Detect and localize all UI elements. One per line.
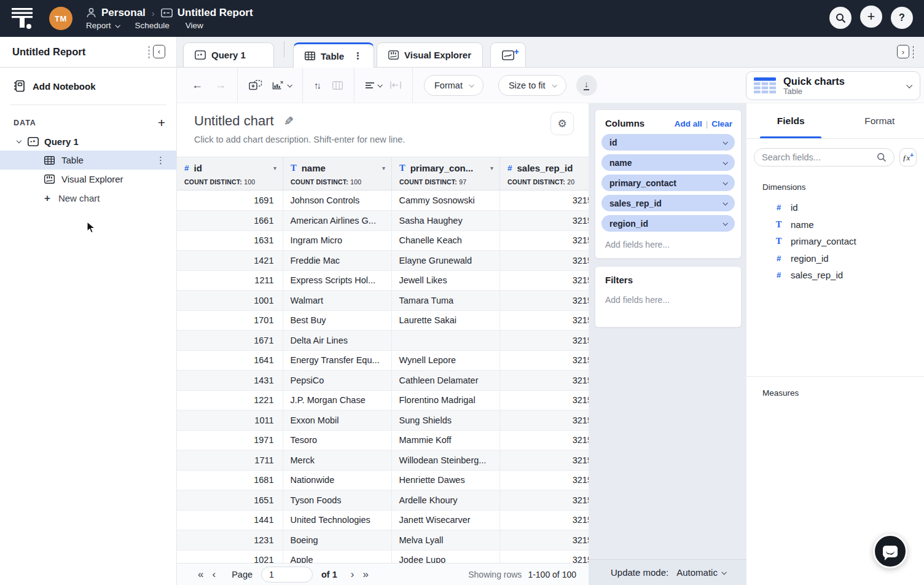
tab-table[interactable]: Table ⋮ [293,42,374,68]
column-menu-caret[interactable]: ▾ [273,165,276,171]
chevron-down-icon[interactable] [722,221,727,226]
column-settings-button[interactable] [332,81,343,90]
size-to-fit-dropdown[interactable]: Size to fit [498,75,566,96]
chevron-down-icon[interactable] [722,180,727,185]
cell-id[interactable]: 1701 [177,310,283,331]
column-header-primary-contact[interactable]: T primary_con... ▾ COUNT DISTINCT: 97 [391,157,499,190]
sidebar-item-table[interactable]: Table ⋮ [0,151,176,170]
cell-sales-rep-id[interactable]: 3215 [499,331,589,351]
columns-drop-placeholder[interactable]: Add fields here... [595,235,741,256]
table-row[interactable]: 1221 J.P. Morgan Chase Florentino Madrig… [177,390,589,410]
menu-view[interactable]: View [186,21,203,30]
cell-primary-contact[interactable]: Wynell Lepore [391,350,499,371]
format-dropdown[interactable]: Format [424,75,484,96]
cell-sales-rep-id[interactable]: 3215 [499,550,589,563]
breadcrumb-workspace[interactable]: Personal [101,7,146,19]
undo-button[interactable]: ← [192,79,203,92]
cell-sales-rep-id[interactable]: 3215 [499,450,589,471]
menu-schedule[interactable]: Schedule [135,21,170,30]
sidebar-item-new-chart[interactable]: + New chart [0,189,176,208]
cell-sales-rep-id[interactable]: 3215 [499,390,589,410]
cell-primary-contact[interactable]: Cammy Sosnowski [391,190,499,211]
add-notebook-button[interactable]: Add Notebook [0,68,176,102]
table-row[interactable]: 1711 Merck Willodean Steinberg... 3215 [177,450,589,471]
cell-sales-rep-id[interactable]: 3215 [499,211,589,231]
cell-name[interactable]: Ingram Micro [283,230,391,251]
dimension-field[interactable]: T name [746,216,924,234]
kebab-menu-icon[interactable]: ⋮ [353,50,362,61]
chart-settings-button[interactable]: ⚙ [550,112,574,135]
table-row[interactable]: 1021 Apple Jodee Lupo 3215 [177,550,589,563]
column-field-pill[interactable]: primary_contact [601,175,735,191]
expand-right-panel-button[interactable]: › [896,45,915,60]
cell-sales-rep-id[interactable]: 3215 [499,310,589,331]
table-row[interactable]: 1671 Delta Air Lines 3215 [177,331,589,351]
avatar[interactable]: TM [49,7,72,30]
cell-id[interactable]: 1641 [177,350,283,371]
cell-id[interactable]: 1231 [177,530,283,551]
column-menu-caret[interactable]: ▾ [382,165,385,171]
table-row[interactable]: 1641 Energy Transfer Equ... Wynell Lepor… [177,350,589,371]
column-field-pill[interactable]: sales_rep_id [601,195,735,211]
cell-name[interactable]: Tyson Foods [283,490,391,511]
prev-page-button[interactable]: ‹ [212,569,216,579]
table-row[interactable]: 1431 PepsiCo Cathleen Delamater 3215 [177,371,589,391]
sort-button[interactable]: ↑↓ [314,80,321,90]
cell-id[interactable]: 1971 [177,430,283,450]
search-button[interactable] [829,7,852,29]
column-header-id[interactable]: # id ▾ COUNT DISTINCT: 100 [177,157,283,190]
cell-id[interactable]: 1431 [177,371,283,391]
cell-name[interactable]: Apple [283,550,391,563]
chart-title[interactable]: Untitled chart [194,113,274,129]
edit-title-pencil-icon[interactable]: ✎ [284,114,294,128]
last-page-button[interactable]: » [362,569,368,579]
cell-primary-contact[interactable]: Florentino Madrigal [391,390,499,410]
table-row[interactable]: 1681 Nationwide Henriette Dawes 3215 [177,470,589,490]
chart-description-placeholder[interactable]: Click to add chart description. Shift-en… [194,135,589,144]
dimension-field[interactable]: T primary_contact [746,233,924,250]
menu-report[interactable]: Report [86,21,119,30]
add-formula-button[interactable]: ƒx+ [899,148,917,167]
tab-visual-explorer[interactable]: Visual Explorer [377,42,483,67]
tab-fields[interactable]: Fields [746,103,836,138]
sidebar-item-query1[interactable]: * Query 1 [0,133,176,151]
app-logo-icon[interactable] [10,6,34,31]
new-chart-tab-button[interactable]: + [490,42,526,67]
column-field-pill[interactable]: id [601,134,735,151]
cell-primary-contact[interactable]: Sung Shields [391,410,499,431]
cell-name[interactable]: American Airlines G... [283,211,391,231]
cell-name[interactable]: Merck [283,450,391,471]
tab-query1[interactable]: * Query 1 [183,42,274,67]
cell-sales-rep-id[interactable]: 3215 [499,410,589,431]
cell-id[interactable]: 1421 [177,251,283,271]
tab-format[interactable]: Format [836,103,924,138]
table-row[interactable]: 1971 Tesoro Mammie Koff 3215 [177,430,589,450]
cell-name[interactable]: Johnson Controls [283,190,391,211]
align-button[interactable] [366,82,382,89]
cell-sales-rep-id[interactable]: 3215 [499,251,589,271]
cell-name[interactable]: United Technologies [283,510,391,530]
cell-name[interactable]: Delta Air Lines [283,331,391,351]
kebab-menu-icon[interactable]: ⋮ [156,155,165,166]
clear-link[interactable]: Clear [711,119,732,128]
cell-name[interactable]: Walmart [283,291,391,311]
cell-id[interactable]: 1441 [177,510,283,530]
sidebar-item-visual-explorer[interactable]: Visual Explorer [0,170,176,189]
quick-charts-dropdown[interactable]: Quick charts Table [746,71,920,100]
search-fields-input[interactable] [762,152,877,162]
cell-id[interactable]: 1001 [177,291,283,311]
cell-sales-rep-id[interactable]: 3215 [499,350,589,371]
add-column-button[interactable] [249,80,262,90]
cell-name[interactable]: Freddie Mac [283,251,391,271]
filters-drop-placeholder[interactable]: Add fields here... [595,291,741,311]
column-menu-caret[interactable]: ▾ [490,165,493,171]
cell-name[interactable]: PepsiCo [283,371,391,391]
cell-sales-rep-id[interactable]: 3215 [499,490,589,511]
cell-primary-contact[interactable]: Melva Lyall [391,530,499,551]
add-button[interactable]: + [860,6,882,28]
dimension-field[interactable]: # sales_rep_id [746,267,924,284]
cell-sales-rep-id[interactable]: 3215 [499,510,589,530]
dimension-field[interactable]: # id [746,199,924,216]
cell-name[interactable]: J.P. Morgan Chase [283,390,391,410]
download-button[interactable]: ↓ [576,75,597,96]
